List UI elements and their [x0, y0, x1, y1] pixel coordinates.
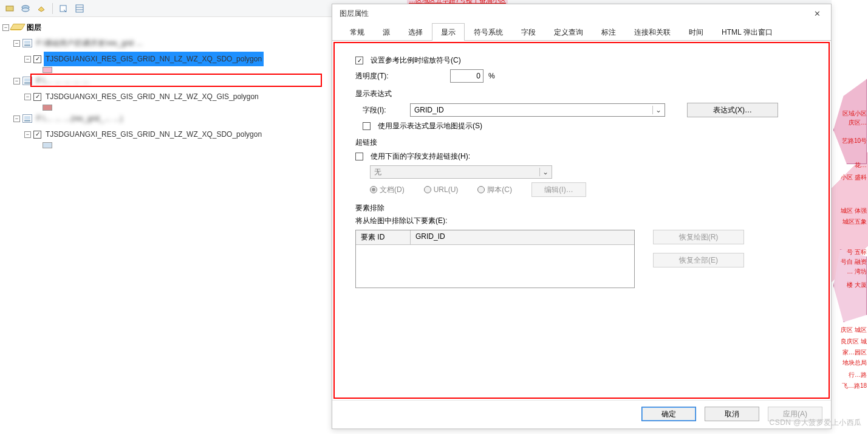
map-label: 城区 体强 [841, 207, 867, 215]
hyperlink-field-combo: 无 ⌄ [370, 165, 552, 179]
toolbar-btn-4[interactable] [58, 2, 70, 15]
tab-display[interactable]: 显示 [432, 23, 465, 41]
toc-root[interactable]: − 图层 [2, 19, 331, 35]
tab-joins[interactable]: 连接和关联 [625, 23, 680, 41]
cancel-button[interactable]: 取消 [705, 407, 759, 421]
geodatabase-icon [22, 114, 32, 123]
expander-icon[interactable]: − [24, 131, 31, 138]
svg-rect-3 [60, 5, 66, 12]
map-label: 家…园区 [842, 348, 867, 357]
toc-layer-selected[interactable]: − ✓ TJSDGUANGXI_RES_GIS_GRID_NN_LZ_WZ_XQ… [24, 51, 331, 67]
tab-source[interactable]: 源 [374, 23, 399, 41]
edit-script-button: 编辑(I)… [531, 182, 586, 197]
tab-defquery[interactable]: 定义查询 [545, 23, 592, 41]
toc-group-label: F:\… … … … … [35, 74, 91, 88]
toc-group[interactable]: − F:\… … …(res_grid_… …) [13, 111, 331, 126]
layer-visibility-checkbox[interactable]: ✓ [33, 131, 41, 139]
toolbar-btn-1[interactable] [4, 2, 16, 15]
tab-labels[interactable]: 标注 [592, 23, 625, 41]
map-canvas[interactable]: 区域小区 庆区… 艺路10号 花… 小区 盛科 城区 体强 城区五象 号 五标 … [832, 0, 868, 434]
feature-exclusion-desc: 将从绘图中排除以下要素(E): [355, 216, 808, 226]
map-label: 区域小区 [842, 109, 867, 118]
expander-icon[interactable]: − [13, 115, 20, 122]
chevron-down-icon: ⌄ [539, 168, 548, 176]
toc-group[interactable]: − F:\… … … … … [13, 73, 331, 89]
scale-symbols-checkbox[interactable]: ✓ [355, 57, 363, 64]
map-label: 小区 盛科 [841, 173, 867, 182]
scale-symbols-label: 设置参考比例时缩放符号(C) [371, 55, 461, 66]
apply-button: 应用(A) [768, 407, 822, 421]
tab-general[interactable]: 常规 [341, 23, 374, 41]
expression-button[interactable]: 表达式(X)… [687, 103, 778, 117]
map-label: 楼 大厦 [847, 281, 867, 289]
toc-group[interactable]: − F:\基础用户层\易开发\res_grid … [13, 35, 331, 51]
ok-button[interactable]: 确定 [641, 407, 696, 421]
close-icon[interactable]: ✕ [808, 7, 826, 20]
display-field-combo[interactable]: GRID_ID ⌄ [410, 103, 665, 117]
toc-layer-label: TJSDGUANGXI_RES_GIS_GRID_NN_LZ_WZ_XQ_SDO… [44, 52, 264, 66]
map-label: 地块总局 [842, 359, 867, 367]
dialog-titlebar[interactable]: 图层属性 ✕ [332, 4, 831, 22]
tab-time[interactable]: 时间 [680, 23, 713, 41]
restore-drawing-button: 恢复绘图(R) [653, 230, 744, 244]
layer-properties-dialog: 图层属性 ✕ 常规 源 选择 显示 符号系统 字段 定义查询 标注 连接和关联 … [332, 4, 832, 429]
toolbar-btn-2[interactable] [19, 2, 32, 15]
tab-fields[interactable]: 字段 [512, 23, 545, 41]
tab-symbology[interactable]: 符号系统 [465, 23, 512, 41]
hyperlink-field-value: 无 [374, 167, 381, 177]
toc-layer-label: TJSDGUANGXI_RES_GIS_GRID_NN_LZ_WZ_XQ_SDO… [44, 127, 264, 142]
transparency-input[interactable] [450, 69, 484, 83]
toolbar-btn-5[interactable] [73, 2, 86, 15]
legend-swatch [43, 105, 52, 111]
map-label: 庆区… [849, 119, 867, 127]
radio-icon [424, 186, 431, 193]
radio-icon [477, 186, 485, 193]
expander-icon[interactable]: − [24, 56, 31, 63]
map-label: 城区五象 [842, 218, 867, 226]
use-display-expression-checkbox[interactable] [363, 122, 371, 130]
expander-icon[interactable]: − [13, 40, 20, 47]
geodatabase-icon [22, 39, 32, 47]
toc-group-label: F:\基础用户层\易开发\res_grid … [35, 36, 145, 50]
display-field-value: GRID_ID [414, 106, 444, 114]
percent-label: % [488, 72, 495, 80]
toc-layer-label: TJSDGUANGXI_RES_GIS_GRID_NN_LZ_WZ_XQ_GIS… [44, 89, 261, 104]
chevron-down-icon: ⌄ [652, 106, 661, 114]
layer-visibility-checkbox[interactable]: ✓ [33, 93, 41, 101]
toolbar-btn-3[interactable] [35, 2, 47, 15]
toolbar-separator [52, 3, 53, 14]
hyperlink-section-label: 超链接 [355, 137, 808, 148]
expander-icon[interactable]: − [24, 94, 31, 100]
dialog-title-text: 图层属性 [340, 9, 369, 19]
map-label: 飞…路18 [842, 382, 867, 390]
radio-icon [370, 186, 377, 193]
toc-group-label: F:\… … …(res_grid_… …) [35, 111, 125, 126]
tab-selection[interactable]: 选择 [399, 23, 432, 41]
support-hyperlink-checkbox[interactable] [355, 153, 363, 160]
toc-layer[interactable]: − ✓ TJSDGUANGXI_RES_GIS_GRID_NN_LZ_WZ_XQ… [24, 89, 331, 105]
map-label: 良庆区 城 [841, 337, 867, 346]
expander-icon[interactable]: − [13, 78, 20, 84]
field-label: 字段(I): [363, 105, 405, 115]
support-hyperlink-label: 使用下面的字段支持超链接(H): [371, 151, 470, 162]
map-label: 庆区 城区 [841, 326, 867, 334]
restore-all-button: 恢复全部(E) [653, 253, 744, 267]
feature-exclusion-label: 要素排除 [355, 203, 808, 213]
map-label: 花… [855, 161, 867, 170]
exclusion-table[interactable]: 要素 ID GRID_ID [355, 230, 635, 288]
radio-document: 文档(D) [370, 185, 419, 195]
table-of-contents: − 图层 − F:\基础用户层\易开发\res_grid … − [0, 17, 331, 434]
legend-swatch [43, 67, 52, 73]
dialog-button-row: 确定 取消 应用(A) [332, 400, 831, 429]
toc-layer[interactable]: − ✓ TJSDGUANGXI_RES_GIS_GRID_NN_LZ_WZ_XQ… [24, 126, 331, 142]
geodatabase-icon [22, 77, 32, 85]
toc-root-label: 图层 [25, 20, 43, 35]
expander-icon[interactable]: − [2, 24, 9, 31]
map-label: … 湾坊 [847, 267, 867, 276]
col-grid-id: GRID_ID [411, 230, 634, 244]
tab-htmlpopup[interactable]: HTML 弹出窗口 [713, 23, 782, 41]
layer-visibility-checkbox[interactable]: ✓ [33, 55, 41, 63]
radio-url: URL(U) [424, 185, 473, 194]
svg-rect-0 [6, 6, 13, 11]
use-display-expression-label: 使用显示表达式显示地图提示(S) [378, 121, 482, 131]
